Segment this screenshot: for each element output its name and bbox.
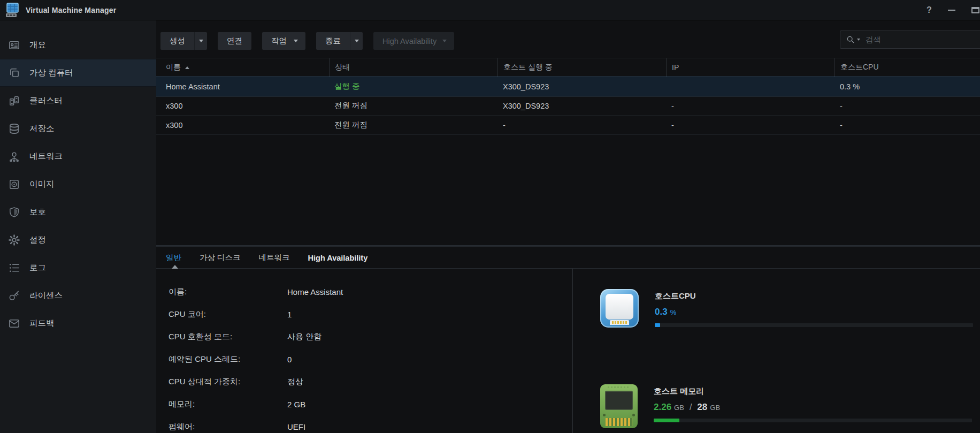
ram-module-icon xyxy=(600,384,638,428)
sidebar-item-log[interactable]: 로그 xyxy=(0,254,156,282)
cell-name: x300 xyxy=(156,102,329,110)
sidebar-item-label: 설정 xyxy=(29,234,46,246)
host-memory-title: 호스트 메모리 xyxy=(654,386,972,397)
sidebar-item-overview[interactable]: 개요 xyxy=(0,31,156,59)
chevron-down-icon xyxy=(294,40,298,42)
sidebar-item-label: 클러스터 xyxy=(29,95,63,107)
help-button[interactable]: ? xyxy=(920,0,938,20)
restore-button[interactable] xyxy=(966,0,980,20)
detail-value: UEFI xyxy=(287,422,305,431)
cell-cpu: 0.3 % xyxy=(834,82,980,91)
shutdown-button[interactable]: 종료 xyxy=(316,32,363,50)
app-title: Virtual Machine Manager xyxy=(26,6,116,14)
search-icon xyxy=(846,35,855,44)
host-cpu-value: 0.3 % xyxy=(655,307,973,317)
sidebar-item-label: 보호 xyxy=(29,207,46,218)
mail-icon xyxy=(8,317,20,330)
connect-button[interactable]: 연결 xyxy=(218,32,251,50)
search-placeholder: 검색 xyxy=(866,35,881,45)
action-button[interactable]: 작업 xyxy=(262,32,305,50)
sidebar-item-label: 로그 xyxy=(29,262,46,274)
sidebar-item-image[interactable]: 이미지 xyxy=(0,170,156,198)
protection-shield-icon xyxy=(8,206,20,218)
shutdown-dropdown-button[interactable] xyxy=(350,32,363,50)
chevron-down-icon xyxy=(199,40,203,42)
detail-label: CPU 코어: xyxy=(169,309,287,320)
connect-button-label: 연결 xyxy=(218,32,251,50)
sidebar-item-label: 라이센스 xyxy=(29,290,63,301)
sidebar-item-label: 이미지 xyxy=(29,179,55,190)
sidebar-item-label: 개요 xyxy=(29,40,46,51)
sidebar-item-cluster[interactable]: 클러스터 xyxy=(0,87,156,115)
log-list-icon xyxy=(8,262,20,274)
column-header-status[interactable]: 상태 xyxy=(329,58,497,77)
create-dropdown-button[interactable] xyxy=(194,32,207,50)
cell-ip: - xyxy=(666,102,834,110)
sidebar-item-license[interactable]: 라이센스 xyxy=(0,282,156,309)
host-cpu-title: 호스트CPU xyxy=(655,291,973,301)
table-row-home-assistant[interactable]: Home Assistant 실행 중 X300_DS923 0.3 % xyxy=(156,77,980,96)
column-header-hostcpu[interactable]: 호스트CPU xyxy=(834,58,980,77)
detail-value: 사용 안함 xyxy=(287,332,321,342)
cell-status: 전원 꺼짐 xyxy=(329,101,497,111)
detail-label: 예약된 CPU 스레드: xyxy=(169,354,287,364)
detail-value: 0 xyxy=(287,355,292,364)
sidebar-item-settings[interactable]: 설정 xyxy=(0,226,156,254)
sidebar-item-protection[interactable]: 보호 xyxy=(0,198,156,226)
minimize-button[interactable] xyxy=(943,0,961,20)
action-button-label: 작업 xyxy=(262,32,296,50)
key-icon xyxy=(8,290,20,302)
main-content: 생성 연결 작업 종료 High Availability 검색 xyxy=(156,20,980,433)
column-header-name[interactable]: 이름 xyxy=(156,58,329,77)
detail-tabs: 일반 가상 디스크 네트워크 High Availability xyxy=(156,247,980,269)
high-availability-button-label: High Availability xyxy=(373,32,446,50)
host-memory-value: 2.26 GB / 28 GB xyxy=(654,402,972,413)
vmm-window: Virtual Machine Manager ? 개요 가상 컴퓨터 클러스터… xyxy=(0,0,980,433)
sidebar-item-storage[interactable]: 저장소 xyxy=(0,115,156,142)
network-icon xyxy=(8,150,20,163)
cell-cpu: - xyxy=(834,121,980,130)
details-scrollbar[interactable] xyxy=(572,269,573,433)
create-button[interactable]: 생성 xyxy=(160,32,207,50)
sidebar-item-label: 가상 컴퓨터 xyxy=(29,67,73,79)
sort-ascending-icon xyxy=(185,66,189,69)
sidebar-item-label: 저장소 xyxy=(29,123,55,134)
titlebar: Virtual Machine Manager ? xyxy=(0,0,980,20)
host-cpu-progress-fill xyxy=(655,323,660,327)
host-cpu-widget: 호스트CPU 0.3 % xyxy=(600,289,973,328)
cell-name: x300 xyxy=(156,121,329,130)
sidebar: 개요 가상 컴퓨터 클러스터 저장소 네트워크 이미지 보호 설정 xyxy=(0,20,156,433)
high-availability-button[interactable]: High Availability xyxy=(373,32,454,50)
active-tab-caret-icon xyxy=(172,265,178,269)
sidebar-item-network[interactable]: 네트워크 xyxy=(0,142,156,170)
search-input[interactable]: 검색 xyxy=(840,31,980,49)
cell-host: - xyxy=(497,121,666,130)
table-row-x300-1[interactable]: x300 전원 꺼짐 X300_DS923 - - xyxy=(156,96,980,116)
detail-value: 정상 xyxy=(287,377,303,387)
tab-network[interactable]: 네트워크 xyxy=(259,253,290,263)
detail-label: 펌웨어: xyxy=(169,422,287,432)
detail-row: CPU 호환성 모드:사용 안함 xyxy=(156,325,572,348)
tab-general[interactable]: 일반 xyxy=(166,253,181,263)
detail-row: 예약된 CPU 스레드:0 xyxy=(156,348,572,370)
tab-high-availability[interactable]: High Availability xyxy=(308,254,368,262)
pane-splitter[interactable] xyxy=(156,245,980,247)
create-button-label: 생성 xyxy=(160,32,194,50)
sidebar-item-feedback[interactable]: 피드백 xyxy=(0,309,156,337)
cell-status: 전원 꺼짐 xyxy=(329,120,497,130)
detail-row: CPU 상대적 가중치:정상 xyxy=(156,370,572,393)
table-row-x300-2[interactable]: x300 전원 꺼짐 - - - xyxy=(156,116,980,135)
host-gauges: 호스트CPU 0.3 % xyxy=(600,269,980,433)
detail-label: 이름: xyxy=(169,287,287,297)
app-logo-icon xyxy=(5,3,19,18)
column-header-ip[interactable]: IP xyxy=(666,58,834,77)
shutdown-button-label: 종료 xyxy=(316,32,350,50)
column-header-host[interactable]: 호스트 실행 중 xyxy=(497,58,666,77)
overview-icon xyxy=(8,39,20,51)
chevron-down-icon xyxy=(442,40,447,42)
sidebar-item-virtual-machine[interactable]: 가상 컴퓨터 xyxy=(0,59,156,87)
tab-virtual-disk[interactable]: 가상 디스크 xyxy=(200,253,241,263)
host-memory-progressbar xyxy=(654,419,972,422)
detail-row: 이름:Home Assistant xyxy=(156,280,572,303)
cell-host: X300_DS923 xyxy=(497,102,666,110)
